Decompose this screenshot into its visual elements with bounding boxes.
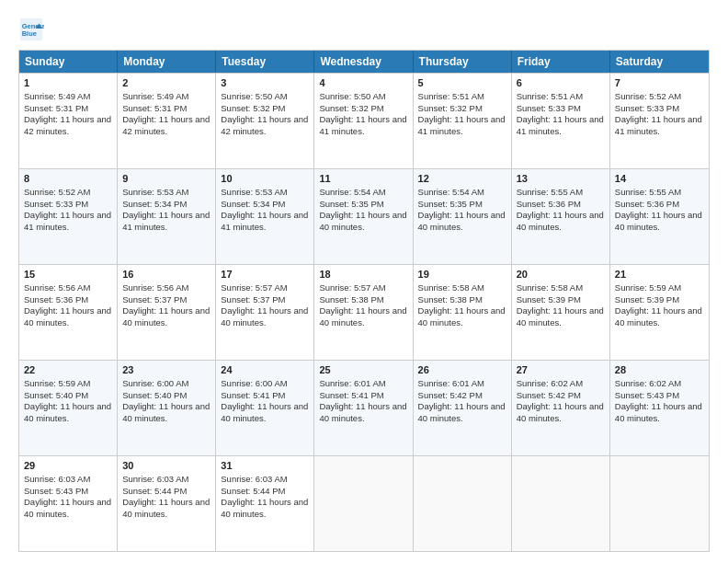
- empty-cell: [414, 456, 512, 551]
- sunset-label: Sunset: 5:40 PM: [122, 390, 187, 400]
- sunrise-label: Sunrise: 6:00 AM: [122, 378, 188, 388]
- day-cell-26: 26 Sunrise: 6:01 AM Sunset: 5:42 PM Dayl…: [414, 361, 512, 455]
- day-cell-10: 10 Sunrise: 5:53 AM Sunset: 5:34 PM Dayl…: [216, 169, 314, 264]
- sunset-label: Sunset: 5:41 PM: [221, 390, 285, 400]
- sunset-label: Sunset: 5:40 PM: [24, 390, 88, 400]
- calendar-row-5: 29 Sunrise: 6:03 AM Sunset: 5:43 PM Dayl…: [19, 455, 709, 551]
- sunset-label: Sunset: 5:37 PM: [221, 294, 285, 304]
- day-number: 22: [24, 363, 112, 377]
- day-number: 26: [418, 363, 506, 377]
- day-cell-2: 2 Sunrise: 5:49 AM Sunset: 5:31 PM Dayli…: [118, 74, 216, 168]
- daylight-label: Daylight: 11 hours and 40 minutes.: [24, 305, 111, 327]
- day-number: 8: [24, 172, 112, 186]
- empty-cell: [512, 456, 610, 551]
- sunset-label: Sunset: 5:32 PM: [221, 103, 285, 113]
- daylight-label: Daylight: 11 hours and 40 minutes.: [517, 401, 604, 423]
- sunset-label: Sunset: 5:33 PM: [517, 103, 581, 113]
- sunset-label: Sunset: 5:38 PM: [418, 294, 483, 304]
- day-number: 3: [221, 76, 309, 90]
- sunrise-label: Sunrise: 5:51 AM: [418, 91, 484, 101]
- sunrise-label: Sunrise: 5:58 AM: [517, 282, 583, 293]
- calendar-body: 1 Sunrise: 5:49 AM Sunset: 5:31 PM Dayli…: [19, 73, 709, 551]
- day-number: 31: [221, 459, 309, 473]
- day-number: 21: [615, 268, 704, 282]
- day-number: 28: [615, 363, 704, 377]
- daylight-label: Daylight: 11 hours and 40 minutes.: [418, 401, 506, 423]
- sunset-label: Sunset: 5:37 PM: [122, 294, 187, 304]
- sunset-label: Sunset: 5:42 PM: [418, 390, 483, 400]
- day-cell-12: 12 Sunrise: 5:54 AM Sunset: 5:35 PM Dayl…: [414, 169, 512, 264]
- daylight-label: Daylight: 11 hours and 40 minutes.: [122, 305, 210, 327]
- day-cell-3: 3 Sunrise: 5:50 AM Sunset: 5:32 PM Dayli…: [216, 74, 314, 168]
- sunset-label: Sunset: 5:35 PM: [418, 199, 483, 209]
- sunrise-label: Sunrise: 5:49 AM: [122, 91, 188, 101]
- day-cell-1: 1 Sunrise: 5:49 AM Sunset: 5:31 PM Dayli…: [19, 74, 118, 168]
- day-cell-16: 16 Sunrise: 5:56 AM Sunset: 5:37 PM Dayl…: [118, 265, 216, 360]
- page: General Blue SundayMondayTuesdayWednesda…: [0, 0, 728, 563]
- sunrise-label: Sunrise: 6:00 AM: [221, 378, 287, 388]
- sunrise-label: Sunrise: 5:53 AM: [221, 187, 287, 197]
- day-number: 20: [517, 268, 605, 282]
- sunrise-label: Sunrise: 5:55 AM: [615, 187, 681, 197]
- daylight-label: Daylight: 11 hours and 40 minutes.: [319, 401, 406, 423]
- sunset-label: Sunset: 5:36 PM: [24, 294, 88, 304]
- sunrise-label: Sunrise: 6:03 AM: [221, 474, 287, 484]
- daylight-label: Daylight: 11 hours and 41 minutes.: [24, 210, 111, 232]
- daylight-label: Daylight: 11 hours and 42 minutes.: [221, 114, 308, 136]
- daylight-label: Daylight: 11 hours and 40 minutes.: [319, 305, 406, 327]
- day-number: 16: [122, 268, 210, 282]
- daylight-label: Daylight: 11 hours and 41 minutes.: [221, 210, 308, 232]
- logo: General Blue: [18, 17, 48, 42]
- sunset-label: Sunset: 5:31 PM: [122, 103, 187, 113]
- day-cell-5: 5 Sunrise: 5:51 AM Sunset: 5:32 PM Dayli…: [414, 74, 512, 168]
- day-cell-22: 22 Sunrise: 5:59 AM Sunset: 5:40 PM Dayl…: [19, 361, 118, 455]
- sunrise-label: Sunrise: 5:52 AM: [24, 187, 90, 197]
- sunset-label: Sunset: 5:35 PM: [319, 199, 383, 209]
- logo-icon: General Blue: [18, 17, 44, 42]
- daylight-label: Daylight: 11 hours and 40 minutes.: [319, 210, 406, 232]
- sunset-label: Sunset: 5:44 PM: [221, 486, 285, 496]
- sunrise-label: Sunrise: 5:59 AM: [615, 282, 681, 293]
- day-number: 17: [221, 268, 309, 282]
- day-cell-19: 19 Sunrise: 5:58 AM Sunset: 5:38 PM Dayl…: [414, 265, 512, 360]
- daylight-label: Daylight: 11 hours and 42 minutes.: [24, 114, 111, 136]
- daylight-label: Daylight: 11 hours and 41 minutes.: [615, 114, 702, 136]
- sunset-label: Sunset: 5:42 PM: [517, 390, 581, 400]
- header-day-thursday: Thursday: [414, 51, 512, 73]
- day-number: 12: [418, 172, 506, 186]
- daylight-label: Daylight: 11 hours and 40 minutes.: [615, 305, 702, 327]
- sunrise-label: Sunrise: 5:57 AM: [221, 282, 287, 293]
- sunset-label: Sunset: 5:38 PM: [319, 294, 383, 304]
- day-number: 13: [517, 172, 605, 186]
- day-number: 25: [319, 363, 407, 377]
- daylight-label: Daylight: 11 hours and 40 minutes.: [24, 497, 111, 519]
- header-day-saturday: Saturday: [610, 51, 709, 73]
- daylight-label: Daylight: 11 hours and 40 minutes.: [122, 497, 210, 519]
- sunrise-label: Sunrise: 5:53 AM: [122, 187, 188, 197]
- day-cell-23: 23 Sunrise: 6:00 AM Sunset: 5:40 PM Dayl…: [118, 361, 216, 455]
- sunrise-label: Sunrise: 5:59 AM: [24, 378, 90, 388]
- sunrise-label: Sunrise: 5:51 AM: [517, 91, 583, 101]
- day-cell-29: 29 Sunrise: 6:03 AM Sunset: 5:43 PM Dayl…: [19, 456, 118, 551]
- sunrise-label: Sunrise: 6:01 AM: [319, 378, 385, 388]
- sunset-label: Sunset: 5:36 PM: [615, 199, 679, 209]
- svg-text:Blue: Blue: [22, 29, 37, 38]
- empty-cell: [610, 456, 709, 551]
- day-cell-7: 7 Sunrise: 5:52 AM Sunset: 5:33 PM Dayli…: [610, 74, 709, 168]
- sunset-label: Sunset: 5:43 PM: [24, 486, 88, 496]
- day-cell-11: 11 Sunrise: 5:54 AM Sunset: 5:35 PM Dayl…: [314, 169, 413, 264]
- day-number: 10: [221, 172, 309, 186]
- daylight-label: Daylight: 11 hours and 40 minutes.: [418, 210, 506, 232]
- sunset-label: Sunset: 5:41 PM: [319, 390, 383, 400]
- day-number: 14: [615, 172, 704, 186]
- day-cell-9: 9 Sunrise: 5:53 AM Sunset: 5:34 PM Dayli…: [118, 169, 216, 264]
- daylight-label: Daylight: 11 hours and 41 minutes.: [122, 210, 210, 232]
- sunrise-label: Sunrise: 6:03 AM: [24, 474, 90, 484]
- header-day-friday: Friday: [512, 51, 610, 73]
- sunrise-label: Sunrise: 5:50 AM: [319, 91, 385, 101]
- empty-cell: [314, 456, 413, 551]
- day-number: 30: [122, 459, 210, 473]
- day-cell-31: 31 Sunrise: 6:03 AM Sunset: 5:44 PM Dayl…: [216, 456, 314, 551]
- header-day-tuesday: Tuesday: [216, 51, 314, 73]
- calendar-row-1: 1 Sunrise: 5:49 AM Sunset: 5:31 PM Dayli…: [19, 73, 709, 168]
